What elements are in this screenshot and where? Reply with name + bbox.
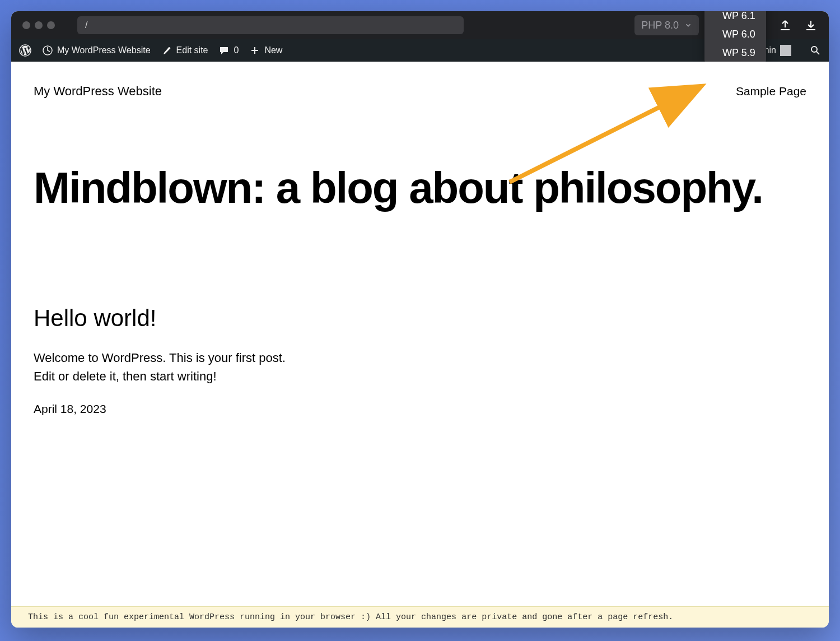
avatar: [780, 45, 791, 56]
chevron-down-icon: [684, 21, 692, 29]
adminbar-comments-count: 0: [234, 45, 239, 55]
wp-version-label: WP 6.1: [722, 11, 755, 22]
maximize-window-button[interactable]: [47, 21, 55, 29]
post: Hello world! Welcome to WordPress. This …: [34, 305, 806, 416]
pencil-icon: [161, 45, 172, 56]
adminbar-site-label: My WordPress Website: [57, 45, 151, 55]
post-title[interactable]: Hello world!: [34, 305, 806, 332]
wp-version-label: WP 6.0: [722, 29, 755, 40]
post-body-line: Edit or delete it, then start writing!: [34, 367, 806, 385]
wp-version-option[interactable]: WP 5.9: [707, 44, 764, 62]
footer-notice: This is a cool fun experimental WordPres…: [11, 606, 829, 628]
nav-sample-page[interactable]: Sample Page: [736, 85, 806, 98]
page-content: My WordPress Website Sample Page Mindblo…: [11, 62, 829, 606]
titlebar: / PHP 8.0 ✓ WP 6.2 WP 6.1 WP 6.: [11, 11, 829, 39]
adminbar-site-name[interactable]: My WordPress Website: [42, 45, 151, 56]
post-date: April 18, 2023: [34, 402, 806, 416]
comment-icon: [218, 45, 230, 56]
url-bar[interactable]: /: [77, 16, 464, 34]
wp-version-option[interactable]: WP 6.1: [707, 11, 764, 25]
site-title[interactable]: My WordPress Website: [34, 84, 162, 99]
wp-version-option[interactable]: WP 6.0: [707, 25, 764, 44]
url-path: /: [85, 20, 87, 30]
download-icon[interactable]: [804, 18, 818, 32]
dashboard-icon: [42, 45, 53, 56]
adminbar-edit-site-label: Edit site: [176, 45, 208, 55]
hero-heading: Mindblown: a blog about philosophy.: [34, 166, 806, 210]
close-window-button[interactable]: [22, 21, 30, 29]
traffic-lights: [22, 21, 55, 29]
wp-version-label: WP 5.9: [722, 47, 755, 59]
plus-icon: [249, 45, 260, 56]
post-body: Welcome to WordPress. This is your first…: [34, 349, 806, 385]
site-header: My WordPress Website Sample Page: [34, 84, 806, 99]
adminbar-new[interactable]: New: [249, 45, 282, 56]
wordpress-logo-icon[interactable]: [19, 44, 31, 57]
php-version-selector[interactable]: PHP 8.0: [634, 15, 699, 35]
wp-version-dropdown[interactable]: ✓ WP 6.2 WP 6.1 WP 6.0 WP 5.9: [704, 11, 766, 64]
app-window: / PHP 8.0 ✓ WP 6.2 WP 6.1 WP 6.: [11, 11, 829, 628]
upload-icon[interactable]: [778, 18, 792, 32]
post-body-line: Welcome to WordPress. This is your first…: [34, 349, 806, 367]
php-version-label: PHP 8.0: [641, 20, 679, 31]
svg-point-2: [811, 47, 817, 52]
adminbar-edit-site[interactable]: Edit site: [161, 45, 208, 56]
adminbar-new-label: New: [264, 45, 282, 55]
minimize-window-button[interactable]: [35, 21, 43, 29]
search-icon[interactable]: [810, 45, 821, 56]
adminbar-comments[interactable]: 0: [218, 45, 239, 56]
